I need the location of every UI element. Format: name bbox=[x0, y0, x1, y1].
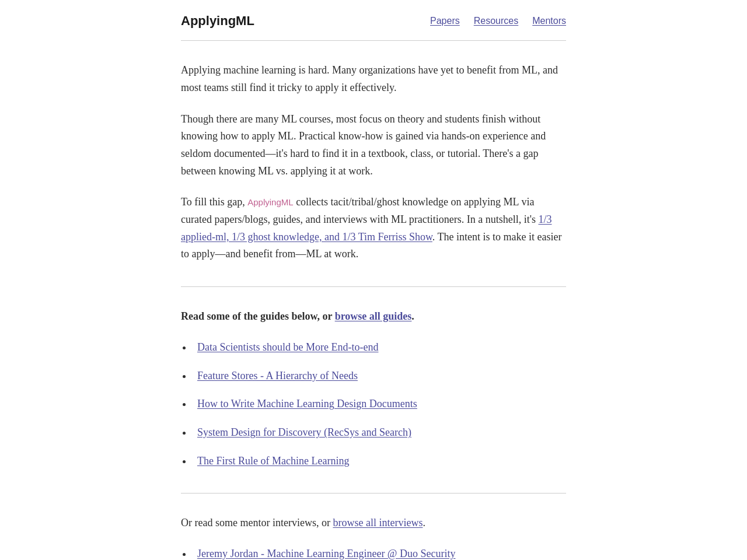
guides-section: Read some of the guides below, or browse… bbox=[181, 286, 566, 470]
interviews-section: Or read some mentor interviews, or brows… bbox=[181, 493, 566, 560]
interview-link-1[interactable]: Jeremy Jordan - Machine Learning Enginee… bbox=[197, 548, 455, 559]
browse-all-interviews-link[interactable]: browse all interviews bbox=[333, 517, 423, 528]
interviews-period: . bbox=[423, 517, 425, 528]
guide-link-4[interactable]: System Design for Discovery (RecSys and … bbox=[197, 426, 411, 438]
list-item: Data Scientists should be More End-to-en… bbox=[193, 339, 566, 356]
brand-inline: ApplyingML bbox=[247, 197, 293, 207]
guides-list: Data Scientists should be More End-to-en… bbox=[181, 339, 566, 470]
list-item: The First Rule of Machine Learning bbox=[193, 453, 566, 470]
nav-papers[interactable]: Papers bbox=[430, 13, 460, 29]
interviews-list: Jeremy Jordan - Machine Learning Enginee… bbox=[181, 545, 566, 560]
list-item: Feature Stores - A Hierarchy of Needs bbox=[193, 368, 566, 384]
guide-link-5[interactable]: The First Rule of Machine Learning bbox=[197, 455, 349, 467]
site-title[interactable]: ApplyingML bbox=[181, 10, 254, 31]
interviews-intro-text: Or read some mentor interviews, or bbox=[181, 517, 330, 528]
guides-intro: Read some of the guides below, or browse… bbox=[181, 308, 566, 325]
guide-link-1[interactable]: Data Scientists should be More End-to-en… bbox=[197, 341, 378, 353]
list-item: Jeremy Jordan - Machine Learning Enginee… bbox=[193, 545, 566, 560]
main-nav: Papers Resources Mentors bbox=[430, 13, 566, 29]
intro-section: Applying machine learning is hard. Many … bbox=[181, 62, 566, 263]
guide-link-2[interactable]: Feature Stores - A Hierarchy of Needs bbox=[197, 370, 358, 382]
browse-all-guides-link[interactable]: browse all guides bbox=[335, 310, 412, 322]
nav-mentors[interactable]: Mentors bbox=[532, 13, 566, 29]
nav-resources[interactable]: Resources bbox=[474, 13, 518, 29]
intro-p3-before: To fill this gap, bbox=[181, 196, 245, 208]
guides-intro-text: Read some of the guides below, or bbox=[181, 310, 332, 322]
list-item: How to Write Machine Learning Design Doc… bbox=[193, 396, 566, 412]
list-item: System Design for Discovery (RecSys and … bbox=[193, 424, 566, 441]
interviews-intro: Or read some mentor interviews, or brows… bbox=[181, 514, 566, 531]
guide-link-3[interactable]: How to Write Machine Learning Design Doc… bbox=[197, 398, 417, 410]
guides-period: . bbox=[411, 310, 414, 322]
intro-paragraph-1: Applying machine learning is hard. Many … bbox=[181, 62, 566, 96]
intro-paragraph-2: Though there are many ML courses, most f… bbox=[181, 111, 566, 180]
intro-paragraph-3: To fill this gap, ApplyingML collects ta… bbox=[181, 194, 566, 263]
